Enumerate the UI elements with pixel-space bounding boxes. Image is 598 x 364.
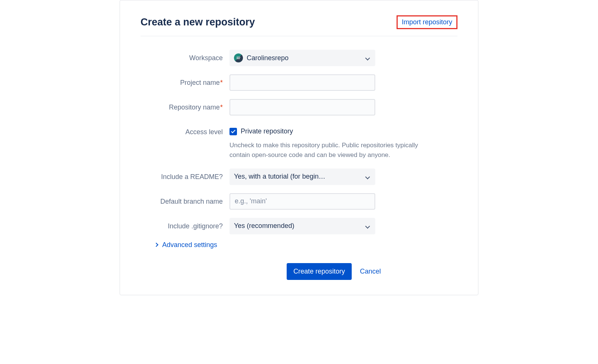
include-readme-row: Include a README? Yes, with a tutorial (… (141, 169, 457, 185)
include-gitignore-label: Include .gitignore? (141, 218, 229, 231)
workspace-label: Workspace (141, 50, 229, 63)
access-level-helper: Uncheck to make this repository public. … (229, 141, 420, 160)
include-readme-value: Yes, with a tutorial (for begin… (234, 173, 325, 181)
workspace-select[interactable]: Carolinesrepo (229, 50, 375, 66)
required-asterisk: * (220, 79, 223, 86)
workspace-icon (234, 53, 243, 62)
include-gitignore-row: Include .gitignore? Yes (recommended) (141, 218, 457, 234)
include-readme-select[interactable]: Yes, with a tutorial (for begin… (229, 169, 375, 185)
required-asterisk: * (220, 104, 223, 111)
footer-actions: Create repository Cancel (141, 263, 457, 280)
project-name-row: Project name* (141, 74, 457, 91)
repository-name-input[interactable] (229, 99, 375, 115)
create-repository-button[interactable]: Create repository (287, 263, 352, 280)
advanced-settings-label: Advanced settings (162, 241, 217, 249)
create-repository-panel: Create a new repository Import repositor… (120, 0, 478, 295)
workspace-row: Workspace Carolinesrepo (141, 50, 457, 66)
project-name-input[interactable] (229, 74, 375, 91)
access-level-label: Access level (141, 124, 229, 137)
project-name-label: Project name* (141, 74, 229, 87)
access-level-row: Access level Private repository Uncheck … (141, 124, 457, 160)
cancel-button[interactable]: Cancel (360, 268, 381, 275)
import-repository-link[interactable]: Import repository (397, 15, 457, 29)
repository-name-row: Repository name* (141, 99, 457, 115)
chevron-down-icon (366, 175, 370, 179)
private-repository-checkbox[interactable] (229, 128, 237, 135)
include-gitignore-value: Yes (recommended) (234, 222, 294, 230)
chevron-right-icon (155, 243, 158, 247)
repository-name-label: Repository name* (141, 99, 229, 112)
include-readme-label: Include a README? (141, 169, 229, 182)
page-title: Create a new repository (141, 16, 255, 28)
default-branch-label: Default branch name (141, 193, 229, 206)
default-branch-row: Default branch name (141, 193, 457, 210)
default-branch-input[interactable] (229, 193, 375, 210)
panel-header: Create a new repository Import repositor… (141, 15, 457, 36)
chevron-down-icon (366, 224, 370, 228)
private-repository-label: Private repository (241, 127, 293, 135)
advanced-settings-toggle[interactable]: Advanced settings (155, 241, 457, 249)
workspace-value: Carolinesrepo (247, 54, 289, 62)
include-gitignore-select[interactable]: Yes (recommended) (229, 218, 375, 234)
chevron-down-icon (366, 56, 370, 60)
